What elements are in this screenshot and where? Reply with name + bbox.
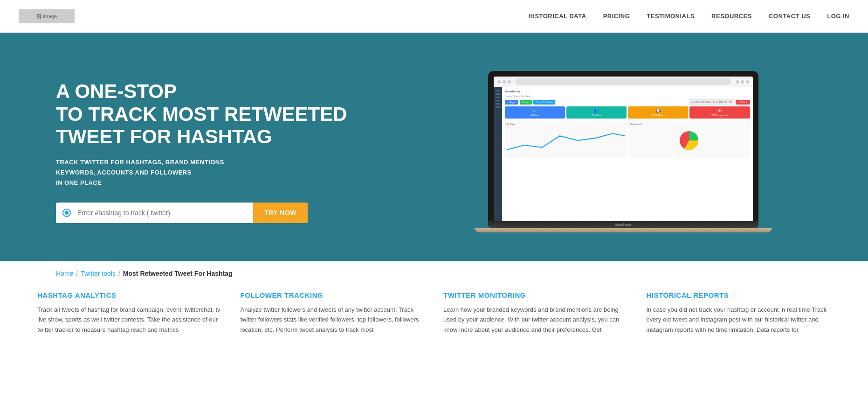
laptop-brand-label: MacBook (615, 223, 632, 227)
mini-stat-impressions: 👁 17138 Impression (689, 106, 750, 119)
mini-breadcrumb: Home / Graphs / Analytics (505, 95, 750, 98)
feature-text-1: Track all tweets of hashtag for brand ca… (37, 305, 222, 335)
mini-pie-chart-area: Sentiments (628, 121, 750, 158)
reach-icon: 📢 (655, 108, 661, 113)
hero-left-content: A ONE-STOP TO TRACK MOST RETWEETED TWEET… (56, 80, 434, 223)
breadcrumb-sep-2: / (118, 270, 120, 277)
feature-title-1: HASHTAG ANALYTICS (37, 291, 222, 299)
browser-action-2 (741, 80, 744, 84)
line-chart-title: By Days (507, 123, 625, 126)
browser-action-3 (746, 80, 749, 84)
line-chart-svg (507, 126, 625, 154)
nav-testimonials[interactable]: TESTIMONIALS (647, 13, 695, 20)
pie-chart-title: Sentiments (630, 123, 748, 126)
mini-browser: TweetBinder Home / Graphs / Analytics ✓ … (494, 77, 753, 221)
mini-toolbar: ✓ Export History Share On Twitter Jun 22… (505, 99, 750, 105)
mini-line-chart-area: By Days (505, 121, 627, 158)
feature-text-2: Analyze twitter followers and tweets of … (241, 305, 425, 335)
feature-hashtag-analytics: HASHTAG ANALYTICS Track all tweets of ha… (37, 291, 222, 335)
impressions-count: 17138 Impression (710, 114, 729, 117)
mini-main-content: TweetBinder Home / Graphs / Analytics ✓ … (502, 87, 753, 221)
breadcrumb-section: Home / Twitter tools / Most Retweeted Tw… (0, 261, 868, 282)
laptop-bottom (475, 228, 772, 232)
header: 🖼 image HISTORICAL DATA PRICING TESTIMON… (0, 0, 868, 33)
browser-action-1 (736, 80, 739, 84)
breadcrumb-sep-1: / (76, 270, 78, 277)
mini-browser-content: TweetBinder Home / Graphs / Analytics ✓ … (494, 87, 753, 221)
feature-follower-tracking: FOLLOWER TRACKING Analyze twitter follow… (241, 291, 425, 335)
nav-resources[interactable]: RESOURCES (711, 13, 752, 20)
laptop-mockup: TweetBinder Home / Graphs / Analytics ✓ … (488, 71, 758, 232)
sidebar-item-2 (496, 93, 500, 95)
nav-pricing[interactable]: PRICING (603, 13, 630, 20)
feature-twitter-monitoring: TWITTER MONITORING Learn how your brande… (443, 291, 628, 335)
mini-submit-btn: ✓ Submit (736, 100, 750, 105)
sidebar-item-3 (496, 97, 500, 98)
breadcrumb-tools[interactable]: Twitter tools (81, 270, 116, 277)
hero-title: A ONE-STOP TO TRACK MOST RETWEETED TWEET… (56, 80, 434, 148)
logo-image: 🖼 image (19, 9, 75, 23)
search-radio-wrap (56, 209, 77, 217)
features-section: HASHTAG ANALYTICS Track all tweets of ha… (0, 282, 868, 353)
sidebar-item-1 (496, 90, 500, 91)
mini-page-title: TweetBinder (505, 90, 750, 93)
mini-export-btn: ✓ Export (505, 100, 519, 105)
search-bar: TRY NOW (56, 203, 308, 223)
feature-text-3: Learn how your branded keywords and bran… (443, 305, 628, 335)
feature-title-2: FOLLOWER TRACKING (241, 291, 425, 299)
mini-stat-users: 👥 34 Users (566, 106, 627, 119)
laptop-base: MacBook (488, 221, 758, 228)
breadcrumb-home[interactable]: Home (56, 270, 73, 277)
twitter-bird-icon: 🐦 (532, 108, 537, 113)
hero-section: A ONE-STOP TO TRACK MOST RETWEETED TWEET… (0, 33, 868, 261)
users-count: 34 Users (592, 114, 601, 117)
sidebar-item-4 (496, 100, 500, 101)
breadcrumb: Home / Twitter tools / Most Retweeted Tw… (56, 270, 812, 277)
hashtag-search-input[interactable] (77, 203, 253, 223)
mini-share-btn: Share On Twitter (533, 100, 555, 105)
feature-title-4: HISTORICAL REPORTS (647, 291, 831, 299)
sidebar-item-5 (496, 103, 500, 105)
logo: 🖼 image (19, 9, 75, 23)
nav-historical-data[interactable]: HISTORICAL DATA (528, 13, 586, 20)
hero-subtitle: TRACK TWITTER FOR HASHTAGS, BRAND MENTIO… (56, 157, 434, 188)
browser-url-bar (516, 78, 731, 85)
sidebar-item-6 (496, 106, 500, 108)
feature-text-4: In case you did not track your hashtag o… (647, 305, 831, 335)
hero-right-laptop: TweetBinder Home / Graphs / Analytics ✓ … (434, 71, 812, 232)
search-radio-inner (65, 211, 69, 215)
browser-dot-1 (497, 80, 501, 84)
posts-count: 45 Posts (530, 114, 539, 117)
reach-count: 14758 Reach (651, 114, 665, 117)
main-nav: HISTORICAL DATA PRICING TESTIMONIALS RES… (528, 13, 849, 20)
impressions-icon: 👁 (717, 108, 722, 113)
browser-dot-3 (508, 80, 511, 84)
mini-stat-posts: 🐦 45 Posts (505, 106, 565, 119)
users-icon: 👥 (593, 108, 599, 113)
mini-stat-reach: 📢 14758 Reach (628, 106, 688, 119)
nav-login[interactable]: LOG IN (827, 13, 849, 20)
mini-charts-row: By Days Sentiments (505, 121, 750, 158)
mini-date-range: Jun 22 2016 06:25 PM — Jun 27 2016 02:17… (689, 99, 734, 105)
nav-contact-us[interactable]: CONTACT US (769, 13, 810, 20)
pie-chart-svg (677, 129, 701, 152)
mini-sidebar (494, 87, 502, 221)
laptop-screen: TweetBinder Home / Graphs / Analytics ✓ … (488, 71, 758, 221)
search-radio-icon (62, 209, 71, 217)
pie-chart-container (630, 126, 748, 154)
try-now-button[interactable]: TRY NOW (253, 203, 308, 223)
mini-browser-bar (494, 77, 753, 87)
feature-historical-reports: HISTORICAL REPORTS In case you did not t… (647, 291, 831, 335)
mini-history-btn: History (520, 100, 532, 105)
mini-stats-row: 🐦 45 Posts 👥 34 Users 📢 (505, 106, 750, 119)
breadcrumb-current: Most Retweeted Tweet For Hashtag (123, 270, 233, 277)
browser-dot-2 (503, 80, 506, 84)
laptop-screen-inner: TweetBinder Home / Graphs / Analytics ✓ … (494, 77, 753, 221)
feature-title-3: TWITTER MONITORING (443, 291, 628, 299)
